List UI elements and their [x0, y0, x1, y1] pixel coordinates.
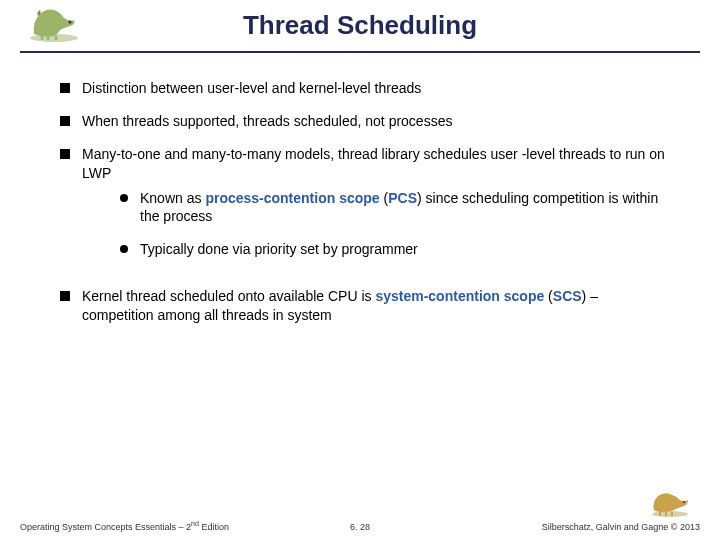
svg-point-2 — [652, 511, 688, 517]
bullet-item: When threads supported, threads schedule… — [60, 112, 670, 131]
slide-header: Thread Scheduling — [0, 0, 720, 47]
subbullet-item: Typically done via priority set by progr… — [120, 240, 670, 259]
slide-footer: Operating System Concepts Essentials – 2… — [0, 520, 720, 532]
round-bullet-icon — [120, 245, 128, 253]
term-scs-long: system-contention scope — [375, 288, 544, 304]
square-bullet-icon — [60, 83, 70, 93]
term-pcs-short: PCS — [388, 190, 417, 206]
subbullet-text: Typically done via priority set by progr… — [140, 240, 418, 259]
bullet-item: Distinction between user-level and kerne… — [60, 79, 670, 98]
round-bullet-icon — [120, 194, 128, 202]
footer-left: Operating System Concepts Essentials – 2… — [20, 520, 247, 532]
footer-page-number: 6. 28 — [247, 522, 474, 532]
bullet-item: Kernel thread scheduled onto available C… — [60, 287, 670, 325]
dinosaur-bottom-icon — [648, 488, 692, 518]
square-bullet-icon — [60, 149, 70, 159]
bullet-text: Distinction between user-level and kerne… — [82, 79, 421, 98]
bullet-text: Kernel thread scheduled onto available C… — [82, 287, 670, 325]
dinosaur-top-icon — [24, 2, 84, 44]
term-pcs-long: process-contention scope — [205, 190, 379, 206]
slide-title: Thread Scheduling — [20, 10, 700, 41]
svg-point-1 — [69, 21, 72, 24]
bullet-text: Many-to-one and many-to-many models, thr… — [82, 146, 665, 181]
subbullet-item: Known as process-contention scope (PCS) … — [120, 189, 670, 227]
square-bullet-icon — [60, 116, 70, 126]
bullet-text: When threads supported, threads schedule… — [82, 112, 452, 131]
footer-copyright: Silberschatz, Galvin and Gagne © 2013 — [473, 522, 700, 532]
bullet-item: Many-to-one and many-to-many models, thr… — [60, 145, 670, 273]
subbullet-text: Known as process-contention scope (PCS) … — [140, 189, 670, 227]
slide-content: Distinction between user-level and kerne… — [0, 53, 720, 325]
svg-point-3 — [683, 501, 685, 503]
square-bullet-icon — [60, 291, 70, 301]
term-scs-short: SCS — [553, 288, 582, 304]
